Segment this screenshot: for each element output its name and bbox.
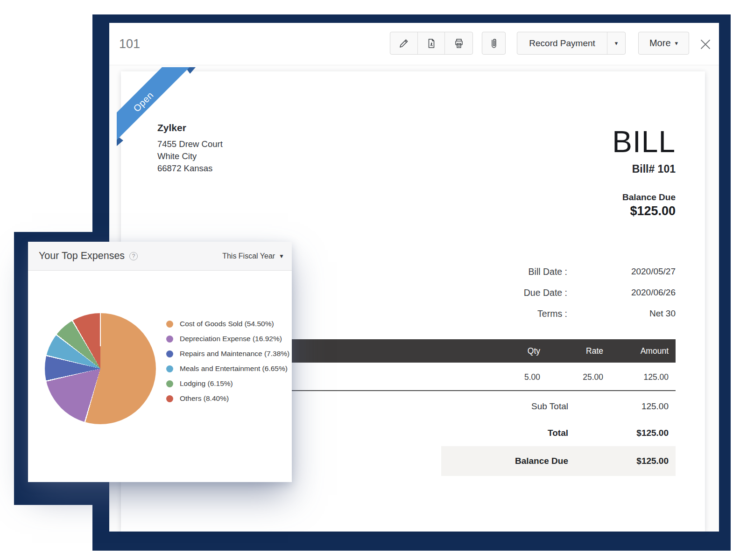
- total-value: $125.00: [636, 426, 669, 440]
- legend-color-dot: [166, 350, 173, 357]
- vendor-address-line: 66872 Kansas: [157, 162, 223, 175]
- expenses-pie-chart[interactable]: [45, 313, 156, 424]
- close-button[interactable]: [699, 38, 712, 50]
- amount-column-header: Amount: [641, 339, 669, 363]
- x-icon: [699, 38, 712, 50]
- top-expenses-title: Your Top Expenses: [39, 250, 125, 262]
- pencil-icon: [398, 38, 409, 49]
- pdf-file-icon: [426, 38, 437, 49]
- item-amount: 125.00: [643, 365, 669, 389]
- legend-item: Repairs and Maintenance (7.38%): [166, 346, 289, 361]
- edit-button[interactable]: [390, 32, 418, 54]
- legend-label: Repairs and Maintenance (7.38%): [180, 350, 289, 358]
- record-payment-button[interactable]: Record Payment ▾: [517, 32, 626, 55]
- legend-item: Depreciation Expense (16.92%): [166, 331, 289, 346]
- balance-due-row: Balance Due $125.00: [441, 446, 676, 476]
- legend-label: Lodging (6.15%): [180, 379, 233, 388]
- legend-item: Cost of Goods Sold (54.50%): [166, 316, 289, 331]
- legend-item: Others (8.40%): [166, 391, 289, 406]
- legend-color-dot: [166, 336, 173, 343]
- printer-icon: [453, 38, 465, 49]
- vendor-address-line: White City: [157, 150, 223, 162]
- due-date-value: 2020/06/26: [631, 286, 676, 300]
- sub-total-label: Sub Total: [531, 399, 568, 413]
- terms-label: Terms :: [537, 307, 567, 321]
- terms-value: Net 30: [649, 307, 676, 321]
- balance-due-value: $125.00: [612, 203, 676, 219]
- more-label: More: [649, 38, 671, 49]
- print-button[interactable]: [445, 32, 472, 54]
- rate-column-header: Rate: [586, 339, 603, 363]
- legend-label: Meals and Entertainment (6.65%): [180, 364, 288, 373]
- sub-total-value: 125.00: [641, 399, 669, 413]
- legend-label: Others (8.40%): [180, 394, 229, 403]
- top-expenses-header: Your Top Expenses ? This Fiscal Year ▼: [28, 242, 292, 271]
- pdf-button[interactable]: [418, 32, 445, 54]
- legend-item: Lodging (6.15%): [166, 376, 289, 391]
- bill-number: Bill# 101: [612, 162, 676, 176]
- period-selector-label: This Fiscal Year: [222, 252, 275, 260]
- balance-due-row-value: $125.00: [636, 446, 669, 476]
- record-payment-dropdown[interactable]: ▾: [607, 32, 625, 54]
- legend-item: Meals and Entertainment (6.65%): [166, 361, 289, 376]
- caret-down-icon: ▾: [675, 40, 678, 46]
- document-title: BILL: [612, 126, 676, 157]
- vendor-address-line: 7455 Drew Court: [157, 138, 223, 150]
- more-button[interactable]: More ▾: [638, 32, 689, 55]
- legend-label: Depreciation Expense (16.92%): [180, 335, 282, 343]
- bill-number-title: 101: [119, 23, 140, 65]
- bill-date-value: 2020/05/27: [631, 265, 676, 279]
- balance-due-label: Balance Due: [612, 191, 676, 203]
- bill-date-label: Bill Date :: [529, 265, 567, 279]
- help-icon[interactable]: ?: [129, 252, 138, 260]
- legend-color-dot: [166, 380, 173, 387]
- period-selector[interactable]: This Fiscal Year ▼: [222, 252, 284, 260]
- document-header: BILL Bill# 101 Balance Due $125.00: [612, 126, 676, 219]
- vendor-name: Zylker: [157, 121, 223, 135]
- bill-toolbar: 101: [109, 23, 719, 65]
- legend-label: Cost of Goods Sold (54.50%): [180, 320, 274, 328]
- balance-due-row-label: Balance Due: [515, 446, 568, 476]
- expenses-legend: Cost of Goods Sold (54.50%)Depreciation …: [166, 316, 289, 406]
- vendor-block: Zylker 7455 Drew Court White City 66872 …: [157, 121, 223, 175]
- total-label: Total: [548, 426, 568, 440]
- top-expenses-card: Your Top Expenses ? This Fiscal Year ▼ C…: [28, 242, 292, 482]
- legend-color-dot: [166, 395, 173, 402]
- due-date-label: Due Date :: [524, 286, 567, 300]
- record-payment-label: Record Payment: [517, 32, 607, 54]
- paperclip-icon: [489, 37, 499, 49]
- attachment-button[interactable]: [482, 32, 506, 55]
- item-rate: 25.00: [583, 365, 603, 389]
- qty-column-header: Qty: [528, 339, 540, 363]
- toolbar-button-group: [390, 32, 473, 55]
- caret-down-icon: ▾: [615, 40, 618, 46]
- legend-color-dot: [166, 321, 173, 328]
- legend-color-dot: [166, 365, 173, 372]
- item-qty: 5.00: [524, 365, 540, 389]
- caret-down-icon: ▼: [279, 253, 284, 259]
